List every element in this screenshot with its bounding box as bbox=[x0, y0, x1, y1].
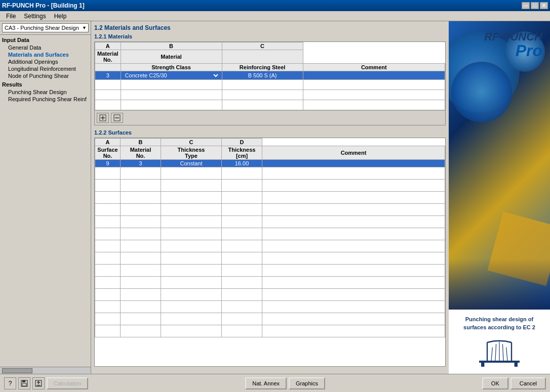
strength-class-dropdown[interactable]: Concrete C25/30 bbox=[123, 72, 220, 79]
sidebar-item-additional-openings[interactable]: Additional Openings bbox=[2, 58, 89, 65]
sidebar-item-longitudinal-reinforcement[interactable]: Longitudinal Reinforcement bbox=[2, 65, 89, 72]
horizontal-scrollbar[interactable] bbox=[0, 367, 91, 374]
material-no-cell: 3 bbox=[95, 71, 121, 80]
col-b-header: B bbox=[121, 42, 222, 50]
surface-no-cell: 9 bbox=[95, 160, 121, 167]
surfaces-empty-3 bbox=[95, 192, 445, 204]
bottom-bar: ? Calculation Nat. Annex Graphics OK Can… bbox=[0, 374, 550, 392]
close-button[interactable]: ✕ bbox=[540, 2, 548, 9]
surface-no-header: SurfaceNo. bbox=[95, 146, 121, 160]
dropdown-container: CA3 - Punching Shear Design ▼ bbox=[0, 21, 91, 35]
surf-col-a: A bbox=[95, 139, 121, 146]
material-no-surf-header: MaterialNo. bbox=[121, 146, 161, 160]
materials-empty-row-3 bbox=[95, 100, 445, 110]
surf-col-d: D bbox=[222, 139, 262, 146]
save-icon-button[interactable] bbox=[18, 377, 30, 389]
right-panel: RF-PUNCH Pro Punching shear design of su… bbox=[449, 21, 550, 374]
sidebar-item-required-punching-shear[interactable]: Required Punching Shear Reinf bbox=[2, 96, 89, 103]
menu-file[interactable]: File bbox=[2, 12, 20, 21]
surfaces-table-container: A B C D SurfaceNo. MaterialNo. Thickness… bbox=[94, 138, 446, 367]
material-no-header: MaterialNo. bbox=[95, 50, 121, 64]
thickness-value-cell: 16.00 bbox=[222, 160, 262, 167]
comment-header bbox=[222, 50, 303, 64]
surfaces-section-title: 1.2.2 Surfaces bbox=[94, 129, 446, 136]
svg-line-8 bbox=[491, 347, 492, 361]
surf-col-c: C bbox=[161, 139, 222, 146]
ca-dropdown[interactable]: CA3 - Punching Shear Design bbox=[2, 23, 89, 32]
materials-empty-row-2 bbox=[95, 90, 445, 100]
strength-class-cell[interactable]: Concrete C25/30 bbox=[121, 71, 222, 80]
surfaces-empty-11 bbox=[95, 289, 445, 301]
thickness-type-header: ThicknessType bbox=[161, 146, 222, 160]
surfaces-empty-4 bbox=[95, 204, 445, 216]
help-icon-button[interactable]: ? bbox=[4, 377, 16, 389]
materials-btn-2[interactable] bbox=[111, 113, 123, 123]
svg-line-9 bbox=[495, 344, 496, 361]
surfaces-empty-10 bbox=[95, 277, 445, 289]
nat-annex-button[interactable]: Nat. Annex bbox=[245, 377, 287, 389]
export-icon bbox=[35, 380, 42, 387]
thickness-cm-header: Thickness[cm] bbox=[222, 146, 262, 160]
surfaces-table: A B C D SurfaceNo. MaterialNo. Thickness… bbox=[95, 138, 445, 337]
material-no-sub bbox=[95, 64, 121, 71]
ok-button[interactable]: OK bbox=[482, 377, 508, 389]
graphics-button[interactable]: Graphics bbox=[289, 377, 325, 389]
surfaces-empty-1 bbox=[95, 167, 445, 180]
title-bar: RF-PUNCH Pro - [Building 1] — □ ✕ bbox=[0, 0, 550, 11]
reinforcing-steel-header: Reinforcing Steel bbox=[222, 64, 303, 71]
thickness-type-cell: Constant bbox=[161, 160, 222, 167]
surfaces-empty-5 bbox=[95, 216, 445, 228]
surfaces-empty-7 bbox=[95, 240, 445, 252]
materials-table: A B C MaterialNo. Material Strength Clas… bbox=[95, 42, 445, 110]
calculation-button[interactable]: Calculation bbox=[47, 377, 88, 389]
dropdown-wrapper: CA3 - Punching Shear Design ▼ bbox=[2, 23, 89, 32]
delete-row-icon bbox=[113, 114, 121, 121]
window-controls: — □ ✕ bbox=[522, 2, 548, 9]
surf-comment-header: Comment bbox=[262, 146, 445, 160]
punching-description: Punching shear design of surfaces accord… bbox=[455, 316, 544, 331]
menu-help[interactable]: Help bbox=[50, 12, 71, 21]
material-header: Material bbox=[121, 50, 222, 64]
right-panel-bottom: Punching shear design of surfaces accord… bbox=[449, 310, 550, 374]
svg-line-11 bbox=[502, 344, 503, 361]
maximize-button[interactable]: □ bbox=[531, 2, 539, 9]
sidebar-item-general-data[interactable]: General Data bbox=[2, 44, 89, 51]
logo-image: RF-PUNCH Pro bbox=[449, 21, 550, 310]
svg-rect-14 bbox=[515, 361, 518, 367]
sidebar-item-node-punching-shear[interactable]: Node of Punching Shear bbox=[2, 72, 89, 79]
svg-rect-16 bbox=[22, 380, 25, 382]
reinforcing-steel-cell: B 500 S (A) bbox=[222, 71, 303, 80]
surfaces-empty-9 bbox=[95, 265, 445, 277]
sidebar-item-materials-surfaces[interactable]: Materials and Surfaces bbox=[2, 51, 89, 58]
pro-logo-text: Pro bbox=[454, 42, 542, 59]
svg-rect-17 bbox=[22, 383, 26, 386]
materials-btn-row bbox=[95, 110, 445, 125]
minimize-button[interactable]: — bbox=[522, 2, 530, 9]
material-comment-cell bbox=[303, 71, 445, 80]
add-row-icon bbox=[99, 114, 106, 121]
surfaces-empty-8 bbox=[95, 252, 445, 265]
svg-line-12 bbox=[506, 347, 507, 361]
results-label: Results bbox=[2, 81, 89, 88]
col-a-header: A bbox=[95, 42, 121, 50]
surfaces-row-1: 9 3 Constant 16.00 bbox=[95, 160, 445, 167]
input-data-label: Input Data bbox=[2, 37, 89, 43]
surfaces-empty-14 bbox=[95, 325, 445, 337]
section-title: 1.2 Materials and Surfaces bbox=[94, 24, 446, 31]
main-container: CA3 - Punching Shear Design ▼ Input Data… bbox=[0, 21, 550, 374]
comment-col-header: Comment bbox=[303, 64, 445, 71]
export-icon-button[interactable] bbox=[32, 377, 45, 389]
surface-material-no: 3 bbox=[121, 160, 161, 167]
content-panel: 1.2 Materials and Surfaces 1.2.1 Materia… bbox=[91, 21, 449, 374]
strength-class-header: Strength Class bbox=[121, 64, 222, 71]
materials-table-container: A B C MaterialNo. Material Strength Clas… bbox=[94, 41, 446, 125]
cancel-button[interactable]: Cancel bbox=[510, 377, 546, 389]
surfaces-empty-6 bbox=[95, 228, 445, 240]
left-panel: CA3 - Punching Shear Design ▼ Input Data… bbox=[0, 21, 91, 374]
col-c-header: C bbox=[222, 42, 303, 50]
menu-settings[interactable]: Settings bbox=[20, 12, 50, 21]
surface-comment-cell bbox=[262, 160, 445, 167]
sidebar-item-punching-shear-design[interactable]: Punching Shear Design bbox=[2, 89, 89, 96]
materials-btn-1[interactable] bbox=[97, 113, 109, 123]
materials-row-1: 3 Concrete C25/30 B 500 S (A) bbox=[95, 71, 445, 80]
